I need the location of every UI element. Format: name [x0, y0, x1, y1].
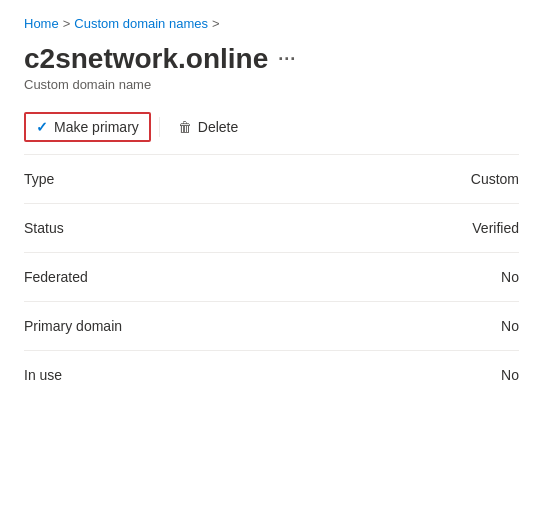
property-label: Primary domain — [24, 302, 272, 351]
toolbar: ✓ Make primary 🗑 Delete — [24, 112, 519, 142]
breadcrumb-custom-domain-names[interactable]: Custom domain names — [74, 16, 208, 31]
page-title: c2snetwork.online — [24, 43, 268, 75]
check-icon: ✓ — [36, 119, 48, 135]
trash-icon: 🗑 — [178, 119, 192, 135]
delete-label: Delete — [198, 119, 238, 135]
page-title-container: c2snetwork.online ··· — [24, 43, 519, 75]
more-options-icon[interactable]: ··· — [278, 49, 296, 70]
page-subtitle: Custom domain name — [24, 77, 519, 92]
breadcrumb-home[interactable]: Home — [24, 16, 59, 31]
toolbar-divider — [159, 117, 160, 137]
table-row: Primary domainNo — [24, 302, 519, 351]
table-row: FederatedNo — [24, 253, 519, 302]
property-value: No — [272, 302, 520, 351]
make-primary-label: Make primary — [54, 119, 139, 135]
properties-table: TypeCustomStatusVerifiedFederatedNoPrima… — [24, 155, 519, 399]
property-value: No — [272, 351, 520, 400]
property-value: No — [272, 253, 520, 302]
table-row: In useNo — [24, 351, 519, 400]
table-row: StatusVerified — [24, 204, 519, 253]
property-label: In use — [24, 351, 272, 400]
breadcrumb: Home > Custom domain names > — [24, 16, 519, 31]
make-primary-button[interactable]: ✓ Make primary — [24, 112, 151, 142]
property-label: Type — [24, 155, 272, 204]
breadcrumb-separator-1: > — [63, 16, 71, 31]
property-value: Custom — [272, 155, 520, 204]
table-row: TypeCustom — [24, 155, 519, 204]
property-label: Federated — [24, 253, 272, 302]
delete-button[interactable]: 🗑 Delete — [168, 114, 248, 140]
property-label: Status — [24, 204, 272, 253]
property-value: Verified — [272, 204, 520, 253]
breadcrumb-separator-2: > — [212, 16, 220, 31]
